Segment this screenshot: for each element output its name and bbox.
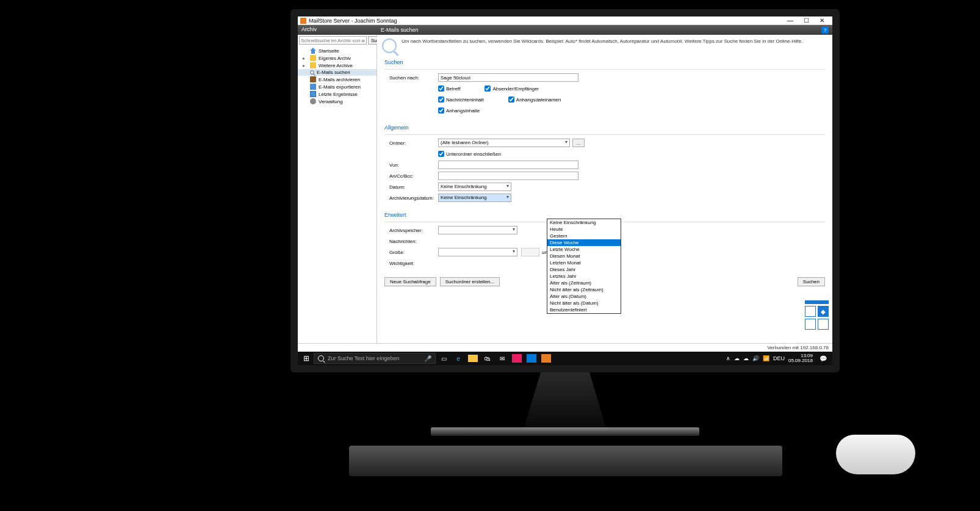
von-input[interactable] <box>438 161 578 169</box>
magnifier-icon <box>382 38 397 53</box>
tile-1[interactable] <box>805 306 816 317</box>
taskbar: ⊞ Zur Suche Text hier eingeben 🎤 ▭ e 🛍 ✉… <box>298 352 832 365</box>
sidebar-item-1[interactable]: ▸Eigenes Archiv <box>298 54 377 62</box>
dropdown-option[interactable]: Letztes Jahr <box>547 273 621 280</box>
search-term-input[interactable] <box>438 73 578 82</box>
quicksearch-input[interactable] <box>299 36 367 45</box>
search-icon <box>318 355 324 361</box>
dropdown-option[interactable]: Keine Einschränkung <box>547 219 621 226</box>
hint-text: Um nach Wortbestandteilen zu suchen, ver… <box>402 38 802 45</box>
explorer-icon[interactable] <box>468 355 478 362</box>
taskbar-search[interactable]: Zur Suche Text hier eingeben 🎤 <box>314 353 436 364</box>
dropdown-option[interactable]: Dieses Jahr <box>547 266 621 273</box>
sidebar-item-6[interactable]: Letzte Ergebnisse <box>298 90 377 98</box>
statusbar: Verbunden mit 192.168.0.78 <box>298 343 832 352</box>
minimize-button[interactable]: — <box>782 16 798 25</box>
tile-2[interactable] <box>818 306 829 317</box>
help-icon[interactable]: ? <box>821 26 829 34</box>
view-tiles <box>805 300 829 330</box>
dropdown-option[interactable]: Letzten Monat <box>547 259 621 266</box>
mic-icon[interactable]: 🎤 <box>424 355 431 362</box>
task-view-icon[interactable]: ▭ <box>437 353 450 364</box>
section-title-erweitert: Erweitert <box>384 212 825 218</box>
sidebar-item-5[interactable]: E-Mails exportieren <box>298 83 377 90</box>
check-anhangsinhalte[interactable]: Anhangsinhalte <box>438 107 480 114</box>
dropdown-option[interactable]: Diese Woche <box>547 239 621 246</box>
panel-header-title: E-Mails suchen <box>381 27 419 33</box>
suchen-button[interactable]: Suchen <box>798 277 825 286</box>
results-icon <box>310 91 316 97</box>
archdat-dropdown[interactable]: Keine EinschränkungHeuteGesternDiese Woc… <box>547 219 621 314</box>
sidebar-item-0[interactable]: Startseite <box>298 47 377 54</box>
edge-icon[interactable]: e <box>452 353 465 364</box>
close-button[interactable]: ✕ <box>814 16 830 25</box>
check-unterordner[interactable]: Unterordner einschließen <box>438 151 501 157</box>
archdat-select[interactable]: Keine Einschränkung <box>438 194 511 202</box>
export-icon <box>310 84 316 90</box>
notifications-icon[interactable]: 💬 <box>816 353 830 364</box>
an-input[interactable] <box>438 172 578 180</box>
dropdown-option[interactable]: Benutzerdefiniert <box>547 306 621 313</box>
check-nachrichteninhalt[interactable]: Nachrichteninhalt <box>438 96 484 103</box>
label-wichtigkeit: Wichtigkeit: <box>384 261 438 266</box>
home-icon <box>310 48 316 54</box>
sidebar-item-label: E-Mails exportieren <box>319 84 361 90</box>
datum-select[interactable]: Keine Einschränkung <box>438 183 511 191</box>
network-icon[interactable]: ☁ <box>743 355 749 361</box>
sidebar-item-label: Weitere Archive <box>319 63 353 68</box>
label-archdat: Archivierungsdatum: <box>384 195 438 201</box>
mouse <box>836 435 915 474</box>
folder-browse-button[interactable]: ... <box>572 139 585 147</box>
archive-icon <box>310 76 316 82</box>
mailstore-icon[interactable] <box>541 354 551 363</box>
label-ordner: Ordner: <box>384 140 438 146</box>
outlook-icon[interactable] <box>527 354 536 363</box>
sidebar-item-label: E-Mails suchen <box>317 70 350 75</box>
sidebar-item-2[interactable]: ▸Weitere Archive <box>298 62 377 69</box>
tiles-bar <box>805 300 829 304</box>
dropdown-option[interactable]: Älter als (Datum) <box>547 293 621 300</box>
start-button[interactable]: ⊞ <box>300 353 312 364</box>
label-datum: Datum: <box>384 184 438 190</box>
store-icon[interactable]: 🛍 <box>481 353 494 364</box>
dropdown-option[interactable]: Nicht älter als (Datum) <box>547 300 621 306</box>
check-betreff[interactable]: Betreff <box>438 85 460 92</box>
sidebar-item-4[interactable]: E-Mails archivieren <box>298 76 377 83</box>
folder-select[interactable]: (Alle lesbaren Ordner) <box>438 139 570 147</box>
groesse-select[interactable] <box>438 248 517 256</box>
dropdown-option[interactable]: Gestern <box>547 233 621 239</box>
sidebar-item-3[interactable]: E-Mails suchen <box>298 69 377 76</box>
tile-4[interactable] <box>818 319 829 330</box>
main-panel: Um nach Wortbestandteilen zu suchen, ver… <box>377 35 832 343</box>
wifi-icon[interactable]: 📶 <box>763 355 769 361</box>
dropdown-option[interactable]: Älter als (Zeitraum) <box>547 280 621 286</box>
neue-suchabfrage-button[interactable]: Neue Suchabfrage <box>384 277 436 286</box>
window-titlebar: MailStore Server - Joachim Sonntag — ☐ ✕ <box>298 16 832 25</box>
lang-indicator[interactable]: DEU <box>773 355 785 361</box>
dropdown-option[interactable]: Nicht älter als (Zeitraum) <box>547 286 621 293</box>
sidebar-item-7[interactable]: Verwaltung <box>298 98 377 105</box>
clock[interactable]: 13:09 05.09.2018 <box>788 353 813 363</box>
label-nachrichten: Nachrichten: <box>384 239 438 244</box>
keyboard <box>349 446 782 476</box>
suchordner-erstellen-button[interactable]: Suchordner erstellen... <box>440 277 500 286</box>
maximize-button[interactable]: ☐ <box>798 16 814 25</box>
label-archspeicher: Archivspeicher: <box>384 228 438 233</box>
dropdown-option[interactable]: Heute <box>547 226 621 233</box>
system-tray[interactable]: ∧ ☁ ☁ 🔊 📶 DEU <box>726 355 785 361</box>
tile-3[interactable] <box>805 319 816 330</box>
folder-icon <box>310 62 316 68</box>
archspeicher-select[interactable] <box>438 226 517 234</box>
tray-chevron-icon[interactable]: ∧ <box>726 355 730 361</box>
size-from-input[interactable] <box>521 248 539 256</box>
dropdown-option[interactable]: Diesen Monat <box>547 253 621 259</box>
label-von: Von: <box>384 162 438 168</box>
mail-icon[interactable]: ✉ <box>495 353 509 364</box>
check-anhangsdateinamen[interactable]: Anhangsdateinamen <box>508 96 561 103</box>
dropdown-option[interactable]: Letzte Woche <box>547 246 621 253</box>
label-suchen-nach: Suchen nach: <box>384 75 438 81</box>
app-icon-1[interactable] <box>512 354 522 363</box>
onedrive-icon[interactable]: ☁ <box>734 355 740 361</box>
volume-icon[interactable]: 🔊 <box>752 355 759 361</box>
check-absender[interactable]: Absender/Empfänger <box>485 85 539 92</box>
